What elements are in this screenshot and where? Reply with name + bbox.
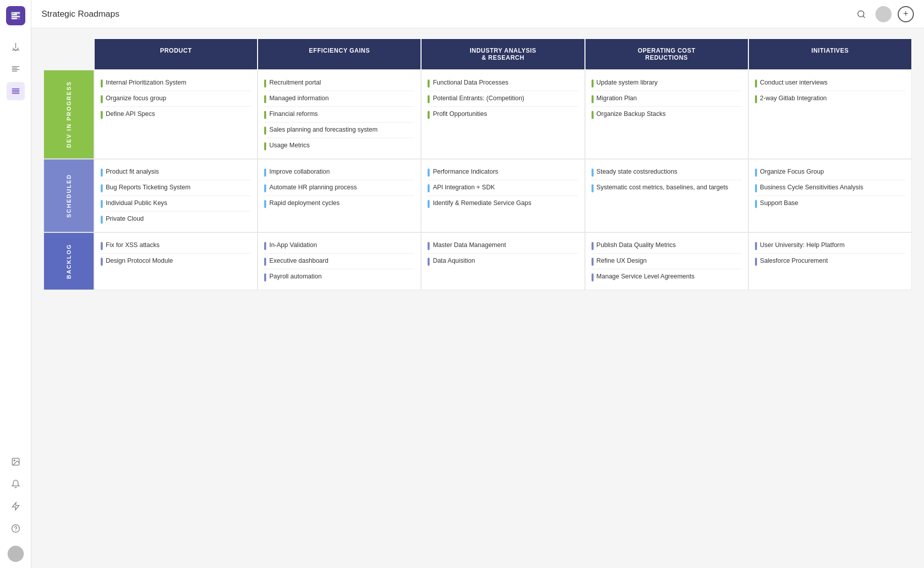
list-item: Salesforce Procurement (755, 254, 905, 269)
list-item: Improve collaboration (264, 165, 414, 180)
col-header-efficiency: EFFICIENCY GAINS (258, 38, 421, 70)
list-item: Organize focus group (101, 91, 251, 107)
list-item: Support Base (755, 196, 905, 211)
item-bar (101, 242, 103, 250)
list-item: Data Aquisition (428, 254, 578, 269)
main-area: Strategic Roadmaps + PRODUCT EFFICIENCY … (31, 0, 924, 568)
item-text: Data Aquisition (433, 257, 475, 266)
item-bar (264, 273, 266, 281)
item-bar (592, 258, 594, 266)
svg-line-15 (863, 16, 864, 17)
list-item: Bug Reports Ticketing System (101, 180, 251, 196)
cell-scheduled-initiatives: Organize Focus Group Business Cycle Sens… (748, 159, 912, 232)
list-item: Organize Focus Group (755, 165, 905, 180)
list-item: Payroll automation (264, 269, 414, 285)
item-bar (264, 142, 266, 150)
page-title: Strategic Roadmaps (41, 9, 847, 19)
item-bar (755, 242, 757, 250)
list-icon[interactable] (7, 60, 25, 78)
item-bar (428, 200, 430, 208)
item-text: Support Base (760, 199, 799, 208)
item-text: Identify & Remediate Service Gaps (433, 199, 531, 208)
photo-icon[interactable] (7, 453, 25, 471)
list-item: Fix for XSS attacks (101, 238, 251, 254)
cell-scheduled-product: Product fit analysis Bug Reports Ticketi… (94, 159, 258, 232)
user-topbar-avatar[interactable] (875, 6, 892, 22)
item-bar (755, 95, 757, 103)
cell-backlog-efficiency: In-App Validation Executive dashboard Pa… (258, 232, 421, 290)
content-area: PRODUCT EFFICIENCY GAINS INDUSTRY ANALYS… (31, 28, 924, 568)
cell-scheduled-efficiency: Improve collaboration Automate HR planni… (258, 159, 421, 232)
list-item: Sales planning and forecasting system (264, 123, 414, 138)
item-bar (755, 258, 757, 266)
item-bar (592, 79, 594, 88)
item-bar (755, 79, 757, 88)
list-item: Managed information (264, 91, 414, 107)
item-text: Migration Plan (597, 94, 637, 103)
bolt-icon[interactable] (7, 497, 25, 515)
item-bar (592, 242, 594, 250)
item-text: Potential Entrants: (Competition) (433, 94, 524, 103)
item-bar (101, 216, 103, 224)
item-text: Financial reforms (269, 110, 318, 119)
sidebar (0, 0, 31, 568)
download-icon[interactable] (7, 37, 25, 56)
list-item: Define API Specs (101, 107, 251, 122)
cell-dev-operating: Update system library Migration Plan Org… (585, 70, 748, 159)
row-label-scheduled: SCHEDULED (44, 159, 94, 232)
item-text: Manage Service Level Agreements (597, 272, 695, 281)
list-item: Rapid deployment cycles (264, 196, 414, 211)
item-text: Managed information (269, 94, 328, 103)
list-item: Identify & Remediate Service Gaps (428, 196, 578, 211)
item-bar (592, 169, 594, 177)
list-item: Recruitment portal (264, 75, 414, 91)
item-text: Sales planning and forecasting system (269, 126, 377, 135)
bell-icon[interactable] (7, 475, 25, 493)
help-icon[interactable] (7, 519, 25, 538)
item-text: Update system library (597, 78, 658, 88)
item-text: Conduct user interviews (760, 78, 827, 88)
col-header-product: PRODUCT (94, 38, 258, 70)
item-bar (264, 242, 266, 250)
item-text: Functional Data Processes (433, 78, 508, 88)
list-item: API Integration + SDK (428, 180, 578, 196)
item-bar (755, 184, 757, 192)
list-item: In-App Validation (264, 238, 414, 254)
item-text: Payroll automation (269, 272, 322, 281)
col-header-industry: INDUSTRY ANALYSIS& RESEARCH (421, 38, 584, 70)
item-text: In-App Validation (269, 241, 317, 250)
item-bar (428, 111, 430, 119)
item-bar (755, 169, 757, 177)
item-bar (101, 79, 103, 88)
item-text: Organize Backup Stacks (597, 110, 666, 119)
list-item: Steady state costsreductions (592, 165, 742, 180)
item-text: 2-way Gitlab Integration (760, 94, 827, 103)
list-item: Automate HR planning process (264, 180, 414, 196)
list-item: Refine UX Design (592, 254, 742, 269)
roadmap-icon[interactable] (7, 82, 25, 100)
cell-dev-efficiency: Recruitment portal Managed information F… (258, 70, 421, 159)
search-icon[interactable] (853, 6, 869, 22)
item-text: Internal Prioritization System (106, 78, 186, 88)
item-text: Design Protocol Module (106, 257, 173, 266)
list-item: Manage Service Level Agreements (592, 269, 742, 285)
item-bar (264, 95, 266, 103)
item-bar (101, 169, 103, 177)
item-text: Steady state costsreductions (597, 168, 678, 177)
list-item: Master Data Management (428, 238, 578, 254)
cell-backlog-initiatives: User University: Help Platform Salesforc… (748, 232, 912, 290)
app-logo[interactable] (6, 6, 25, 25)
list-item: User University: Help Platform (755, 238, 905, 254)
add-button[interactable]: + (898, 6, 914, 22)
item-text: Salesforce Procurement (760, 257, 828, 266)
list-item: Business Cycle Sensitivities Analysis (755, 180, 905, 196)
item-bar (592, 273, 594, 281)
item-bar (101, 111, 103, 119)
item-text: Executive dashboard (269, 257, 328, 266)
item-text: Organize focus group (106, 94, 166, 103)
item-bar (264, 184, 266, 192)
item-bar (755, 200, 757, 208)
user-avatar[interactable] (8, 546, 24, 562)
cell-backlog-operating: Publish Data Quality Metrics Refine UX D… (585, 232, 748, 290)
cell-scheduled-industry: Performance Indicators API Integration +… (421, 159, 584, 232)
